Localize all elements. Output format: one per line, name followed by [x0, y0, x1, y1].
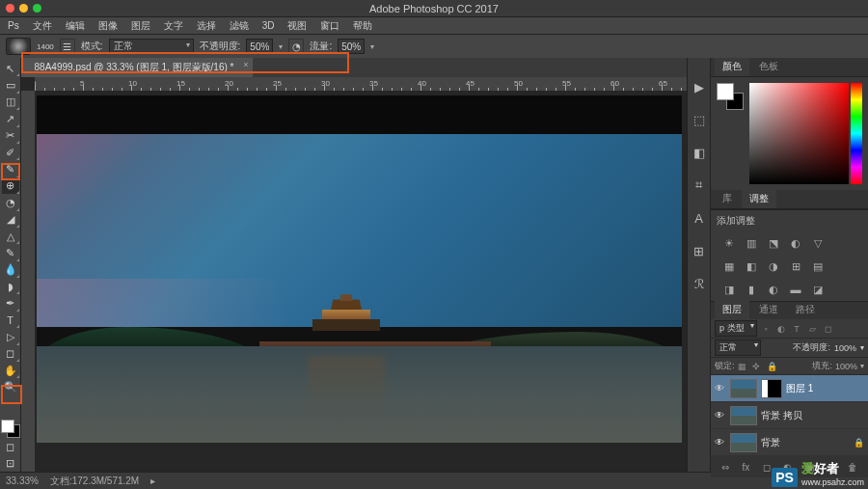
menu-3d[interactable]: 3D: [262, 20, 275, 31]
menu-type[interactable]: 文字: [164, 19, 183, 33]
layer-name[interactable]: 背景: [761, 436, 780, 449]
tab-color[interactable]: 颜色: [715, 57, 749, 76]
menu-file[interactable]: 文件: [33, 19, 52, 33]
adj-curves-icon[interactable]: ⬔: [765, 235, 782, 251]
lock-position-icon[interactable]: ✜: [752, 362, 764, 371]
menu-layer[interactable]: 图层: [131, 19, 150, 33]
brush-size[interactable]: 1400: [37, 42, 54, 51]
tab-libraries[interactable]: 库: [715, 189, 740, 208]
filter-adjust-icon[interactable]: ◐: [775, 322, 788, 335]
layer-opacity-value[interactable]: 100%: [834, 343, 856, 353]
filter-pixel-icon[interactable]: ▫: [760, 322, 773, 335]
brush-panel-toggle-icon[interactable]: ☰: [60, 39, 75, 54]
tool-path-select[interactable]: ▷: [2, 329, 19, 344]
tool-dodge[interactable]: ◗: [2, 279, 19, 294]
tool-shape[interactable]: ◻: [2, 346, 19, 362]
panel-icon-info[interactable]: ⌗: [692, 177, 707, 193]
panel-icon-history[interactable]: ▶: [692, 79, 707, 95]
tool-type[interactable]: T: [2, 312, 19, 328]
tool-eyedropper[interactable]: ✐: [2, 145, 19, 160]
panel-icon-properties[interactable]: ◧: [692, 145, 707, 160]
color-field[interactable]: [749, 83, 849, 184]
ruler-horizontal[interactable]: 0510152025303540455055606570: [35, 77, 687, 91]
tool-marquee[interactable]: ▭: [2, 77, 19, 93]
adj-channel-mixer-icon[interactable]: ⊞: [787, 258, 804, 274]
close-tab-icon[interactable]: ×: [243, 60, 248, 69]
flow-input[interactable]: 50%: [338, 39, 365, 54]
tool-edit-toolbar[interactable]: ⋯: [2, 396, 19, 412]
adj-posterize-icon[interactable]: ▮: [743, 282, 760, 297]
tool-lasso[interactable]: ◫: [2, 95, 19, 110]
layer-row[interactable]: 👁 背景 拷贝: [711, 402, 868, 429]
tool-eraser[interactable]: △: [2, 229, 19, 244]
menu-image[interactable]: 图像: [98, 19, 118, 33]
adj-photo-filter-icon[interactable]: ◑: [765, 258, 782, 274]
adj-lookup-icon[interactable]: ▤: [809, 258, 827, 274]
layer-fx-icon[interactable]: fx: [742, 462, 749, 473]
adj-vibrance-icon[interactable]: ▽: [809, 235, 827, 251]
hue-slider[interactable]: [851, 83, 862, 184]
panel-fg-bg-colors[interactable]: [717, 83, 744, 110]
status-arrow-icon[interactable]: ▸: [150, 475, 155, 486]
menu-select[interactable]: 选择: [197, 19, 216, 33]
opacity-dropdown-icon[interactable]: ▾: [279, 42, 283, 51]
blend-mode-select[interactable]: 正常: [109, 39, 194, 54]
opacity-input[interactable]: 50%: [246, 39, 273, 54]
lock-pixels-icon[interactable]: ▦: [738, 362, 749, 371]
link-layers-icon[interactable]: ⇔: [721, 462, 729, 473]
layer-visibility-icon[interactable]: 👁: [715, 410, 726, 421]
add-mask-icon[interactable]: ◻: [763, 462, 771, 473]
document-size[interactable]: 文档:172.3M/571.2M: [50, 475, 139, 488]
tool-pen[interactable]: ✒: [2, 295, 19, 311]
panel-icon-libraries[interactable]: ℛ: [692, 276, 707, 291]
layer-visibility-icon[interactable]: 👁: [715, 383, 726, 394]
layer-blend-mode[interactable]: 正常: [715, 340, 761, 356]
brush-preset-picker[interactable]: [6, 38, 31, 55]
layer-row[interactable]: 👁 图层 1: [711, 375, 868, 402]
flow-dropdown-icon[interactable]: ▾: [370, 42, 374, 51]
tool-move[interactable]: ↖: [2, 61, 19, 76]
pressure-opacity-icon[interactable]: ◔: [288, 39, 304, 54]
tab-swatches[interactable]: 色板: [751, 57, 786, 76]
adj-invert-icon[interactable]: ◨: [720, 282, 738, 297]
zoom-level[interactable]: 33.33%: [6, 475, 39, 486]
layer-visibility-icon[interactable]: 👁: [715, 437, 726, 448]
tool-stamp[interactable]: ◔: [2, 195, 19, 210]
tool-hand[interactable]: ✋: [2, 363, 19, 378]
layer-name[interactable]: 图层 1: [786, 382, 813, 395]
tab-paths[interactable]: 路径: [788, 300, 823, 319]
tool-crop[interactable]: ✂: [2, 128, 19, 144]
tool-blur[interactable]: 💧: [2, 262, 19, 278]
tab-adjustments[interactable]: 调整: [742, 189, 776, 208]
fill-value[interactable]: 100%: [835, 362, 857, 371]
adj-bw-icon[interactable]: ◧: [743, 258, 760, 274]
lock-all-icon[interactable]: 🔒: [767, 362, 778, 371]
tab-channels[interactable]: 通道: [751, 300, 786, 319]
adj-selective-color-icon[interactable]: ◪: [809, 282, 827, 297]
layer-thumbnail[interactable]: [730, 379, 757, 398]
tool-quick-select[interactable]: ↗: [2, 111, 19, 126]
tool-quickmask[interactable]: ◻: [2, 439, 19, 454]
filter-smart-icon[interactable]: ◻: [822, 322, 834, 335]
menu-view[interactable]: 视图: [287, 19, 307, 33]
adj-gradient-map-icon[interactable]: ▬: [787, 282, 804, 297]
layer-mask-thumbnail[interactable]: [761, 379, 782, 398]
layer-thumbnail[interactable]: [730, 433, 757, 452]
adj-levels-icon[interactable]: ▥: [743, 235, 760, 251]
tool-zoom[interactable]: 🔍: [2, 379, 19, 394]
panel-icon-actions[interactable]: ⬚: [692, 112, 707, 127]
menu-ps[interactable]: Ps: [8, 20, 19, 31]
menu-window[interactable]: 窗口: [320, 19, 339, 33]
filter-type-icon[interactable]: T: [791, 322, 803, 335]
layer-name[interactable]: 背景 拷贝: [761, 409, 802, 422]
menu-filter[interactable]: 滤镜: [230, 19, 249, 33]
adj-threshold-icon[interactable]: ◐: [765, 282, 782, 297]
panel-icon-character[interactable]: A: [692, 210, 707, 226]
tool-screenmode[interactable]: ⊡: [2, 456, 19, 472]
adj-hue-icon[interactable]: ▦: [720, 258, 738, 274]
layer-filter-type[interactable]: p 类型: [715, 320, 757, 337]
adj-exposure-icon[interactable]: ◐: [787, 235, 804, 251]
tab-layers[interactable]: 图层: [715, 300, 749, 319]
tool-history-brush[interactable]: ◢: [2, 212, 19, 228]
foreground-background-colors[interactable]: [1, 420, 20, 438]
